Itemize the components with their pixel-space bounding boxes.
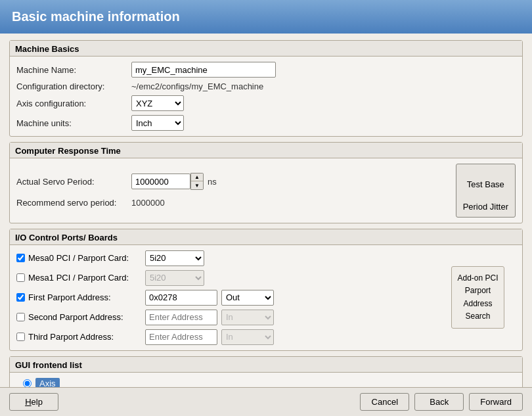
machine-name-label: Machine Name: [16, 65, 131, 75]
servo-period-row: Actual Servo Period: ▲ ▼ ns [16, 173, 217, 190]
machine-basics-title: Machine Basics [10, 41, 522, 57]
cancel-button[interactable]: Cancel [360, 393, 409, 411]
gui-axis-radio-row[interactable]: Axis [23, 378, 516, 387]
config-dir-label: Configuration directory: [16, 81, 131, 91]
mesa0-checkbox[interactable] [16, 254, 25, 262]
mesa0-checkbox-wrapper: Mesa0 PCI / Parport Card: [16, 253, 141, 263]
machine-units-select[interactable]: Inch mm [131, 115, 184, 131]
first-parport-checkbox-wrapper: First Parport Address: [16, 292, 141, 302]
spinbox-up-button[interactable]: ▲ [191, 173, 203, 181]
mesa1-label: Mesa1 PCI / Parport Card: [28, 273, 141, 283]
config-dir-row: Configuration directory: ~/emc2/configs/… [16, 81, 516, 91]
mesa0-select[interactable]: 5i20 5i22 7i43 [145, 250, 204, 266]
mesa1-row: Mesa1 PCI / Parport Card: 5i20 5i22 7i43 [16, 270, 435, 286]
main-window: Basic machine information Machine Basics… [0, 0, 532, 416]
io-left: Mesa0 PCI / Parport Card: 5i20 5i22 7i43… [16, 250, 435, 345]
mesa1-checkbox-wrapper: Mesa1 PCI / Parport Card: [16, 273, 141, 283]
second-parport-dir-select[interactable]: In Out [221, 310, 274, 325]
computer-response-body: Actual Servo Period: ▲ ▼ ns Recommend se… [10, 158, 522, 223]
machine-units-label: Machine units: [16, 118, 131, 128]
help-button[interactable]: Help [9, 393, 58, 411]
axis-config-select[interactable]: XYZ XZ XYZA XYZB [131, 95, 184, 111]
io-control-title: I/O Control Ports/ Boards [10, 229, 522, 245]
second-parport-input[interactable] [145, 310, 217, 325]
axis-config-row: Axis configuration: XYZ XZ XYZA XYZB [16, 95, 516, 111]
machine-name-row: Machine Name: [16, 62, 516, 78]
mesa1-select[interactable]: 5i20 5i22 7i43 [145, 270, 204, 286]
first-parport-label: First Parport Address: [28, 292, 141, 302]
spinbox-down-button[interactable]: ▼ [191, 181, 203, 189]
third-parport-row: Third Parport Address: In Out [16, 329, 435, 345]
button-bar: Help Cancel Back Forward [0, 387, 532, 416]
gui-frontend-section: GUI frontend list Axis TKemc Mini Touchy [9, 356, 523, 387]
io-control-section: I/O Control Ports/ Boards Mesa0 PCI / Pa… [9, 229, 523, 351]
config-dir-value: ~/emc2/configs/my_EMC_machine [131, 81, 263, 91]
gui-axis-label: Axis [35, 378, 60, 387]
bottom-right-buttons: Cancel Back Forward [360, 393, 523, 411]
third-parport-checkbox-wrapper: Third Parport Address: [16, 332, 141, 342]
servo-period-label: Actual Servo Period: [16, 177, 131, 187]
machine-basics-body: Machine Name: Configuration directory: ~… [10, 57, 522, 136]
io-right: Add-on PCI Parport Address Search [440, 250, 516, 345]
third-parport-dir-select[interactable]: In Out [221, 329, 274, 345]
servo-period-input[interactable] [131, 173, 190, 189]
first-parport-input[interactable] [145, 290, 217, 306]
axis-config-label: Axis configuration: [16, 99, 131, 108]
crt-left: Actual Servo Period: ▲ ▼ ns Recommend se… [16, 173, 217, 208]
servo-period-spinbox: ▲ ▼ [131, 173, 204, 190]
machine-basics-section: Machine Basics Machine Name: Configurati… [9, 40, 523, 137]
first-parport-dir-select[interactable]: Out In [221, 290, 274, 306]
gui-frontend-body: Axis TKemc Mini Touchy [10, 373, 522, 387]
second-parport-row: Second Parport Address: In Out [16, 310, 435, 325]
io-control-body: Mesa0 PCI / Parport Card: 5i20 5i22 7i43… [10, 245, 522, 350]
recommend-servo-label: Recommend servo period: [16, 198, 131, 208]
second-parport-checkbox[interactable] [16, 313, 25, 321]
back-button[interactable]: Back [414, 393, 464, 411]
addon-pci-parport-button[interactable]: Add-on PCI Parport Address Search [451, 266, 504, 329]
forward-button[interactable]: Forward [469, 393, 523, 411]
third-parport-checkbox[interactable] [16, 333, 25, 341]
mesa0-row: Mesa0 PCI / Parport Card: 5i20 5i22 7i43 [16, 250, 435, 266]
gui-axis-radio[interactable] [23, 379, 32, 387]
computer-response-section: Computer Response Time Actual Servo Peri… [9, 142, 523, 223]
content-area: Machine Basics Machine Name: Configurati… [0, 34, 532, 387]
gui-frontend-title: GUI frontend list [10, 357, 522, 373]
mesa0-label: Mesa0 PCI / Parport Card: [28, 253, 141, 263]
third-parport-label: Third Parport Address: [28, 332, 141, 342]
ns-label: ns [208, 177, 217, 187]
recommend-servo-value: 1000000 [131, 198, 165, 208]
machine-units-row: Machine units: Inch mm [16, 115, 516, 131]
spinbox-buttons: ▲ ▼ [190, 173, 204, 190]
computer-response-title: Computer Response Time [10, 143, 522, 158]
mesa1-checkbox[interactable] [16, 273, 25, 282]
second-parport-label: Second Parport Address: [28, 312, 141, 322]
machine-name-input[interactable] [131, 62, 276, 78]
third-parport-input[interactable] [145, 329, 217, 345]
window-title: Basic machine information [0, 0, 532, 34]
first-parport-checkbox[interactable] [16, 293, 25, 302]
second-parport-checkbox-wrapper: Second Parport Address: [16, 312, 141, 322]
first-parport-row: First Parport Address: Out In [16, 290, 435, 306]
test-base-period-jitter-button[interactable]: Test Base Period Jitter [456, 164, 516, 218]
recommend-servo-row: Recommend servo period: 1000000 [16, 198, 217, 208]
